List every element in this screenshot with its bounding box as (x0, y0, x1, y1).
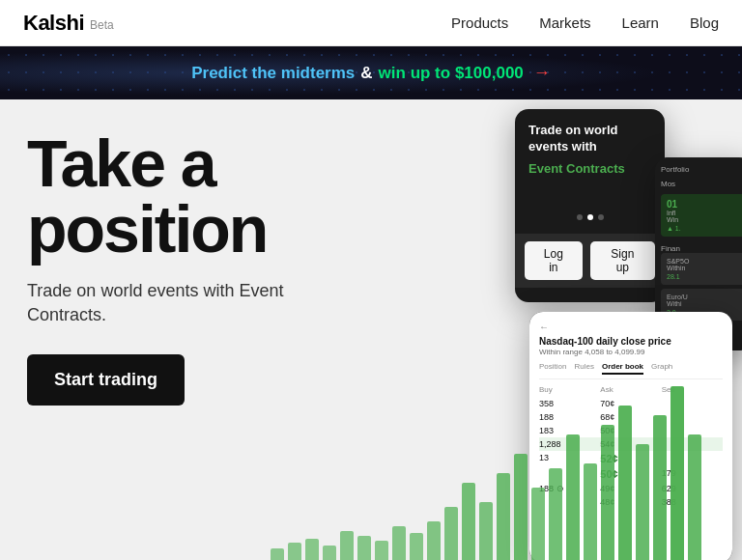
dot-3 (598, 214, 604, 220)
pc3-sp-sub: Within (667, 265, 740, 271)
chart-bar (601, 425, 614, 560)
chart-bar (688, 434, 701, 560)
hero-section: Take a position Trade on world events wi… (0, 99, 742, 560)
chart-bar (497, 473, 510, 560)
chart-bar (671, 386, 684, 560)
phone-card-1: Trade on world events with Event Contrac… (515, 109, 665, 302)
pc3-win-1: Win (667, 216, 740, 223)
logo: Kalshi (23, 11, 84, 36)
chart-bar (427, 521, 441, 560)
banner-arrow-icon: → (533, 63, 551, 83)
markets-link[interactable]: Markets (539, 14, 590, 31)
nav-item-markets[interactable]: Markets (539, 14, 590, 32)
pc3-item-1: 01 Infl Win ▲ 1. (661, 194, 742, 237)
products-link[interactable]: Products (451, 14, 508, 31)
pc3-num-1: 01 (667, 199, 740, 210)
start-trading-button[interactable]: Start trading (27, 354, 185, 406)
chart-bar (531, 488, 545, 560)
pc1-dots (528, 214, 651, 220)
dot-1 (577, 214, 583, 220)
chart-bar (462, 483, 475, 560)
chart-bar (305, 539, 319, 560)
navbar: Kalshi Beta Products Markets Learn Blog (0, 0, 742, 46)
hero-left-content: Take a position Trade on world events wi… (0, 99, 348, 406)
chart-bar (375, 541, 388, 560)
signup-button[interactable]: Sign up (590, 241, 655, 280)
chart-bar (636, 444, 649, 560)
chart-bar (618, 406, 632, 560)
chart-bar (514, 454, 528, 560)
banner-text-blue: Predict the midterms (191, 64, 355, 83)
pc1-content: Trade on world events with Event Contrac… (515, 109, 665, 234)
pc3-badge-1: ▲ 1. (667, 225, 740, 232)
chart-bar (549, 468, 562, 560)
banner-connector: & (360, 64, 372, 83)
hero-title: Take a position (27, 130, 321, 262)
chart-bar (653, 415, 667, 560)
pc1-footer: Log in Sign up (515, 234, 665, 288)
chart-bar (410, 533, 423, 560)
pc3-mos-label: Mos (661, 180, 742, 188)
beta-badge: Beta (90, 18, 114, 32)
pc1-title: Trade on world events with (528, 123, 651, 155)
login-button[interactable]: Log in (525, 241, 583, 280)
chart-bar (444, 507, 458, 560)
nav-links: Products Markets Learn Blog (451, 14, 719, 32)
dot-2 (587, 214, 593, 220)
chart-bar (392, 526, 406, 560)
banner-content: Predict the midterms & win up to $100,00… (191, 63, 551, 83)
nav-item-blog[interactable]: Blog (690, 14, 719, 32)
chart-bar (357, 536, 371, 560)
chart-bar (323, 546, 336, 560)
navbar-brand: Kalshi Beta (23, 11, 114, 36)
chart-bar (340, 531, 354, 560)
pc3-finan: Finan (661, 244, 742, 253)
banner-text-green: win up to $100,000 (379, 64, 524, 83)
promo-banner[interactable]: Predict the midterms & win up to $100,00… (0, 46, 742, 99)
hero-subtitle: Trade on world events with Event Contrac… (27, 279, 321, 327)
pc3-sp-label: S&P5O (667, 258, 740, 265)
chart-bar (584, 463, 597, 560)
pc3-sp-val: 28.1 (667, 273, 740, 280)
pc3-text-1: Infl (667, 210, 740, 216)
pc3-sp500: S&P5O Within 28.1 (661, 253, 742, 285)
learn-link[interactable]: Learn (622, 14, 659, 31)
chart-bar (479, 502, 493, 560)
chart-bar (271, 548, 284, 560)
nav-item-learn[interactable]: Learn (622, 14, 659, 32)
nav-item-products[interactable]: Products (451, 14, 508, 32)
pc3-portfolio-label: Portfolio (661, 165, 742, 174)
chart-bar (288, 543, 301, 560)
blog-link[interactable]: Blog (690, 14, 719, 31)
chart-bar (566, 434, 580, 560)
pc1-green-text: Event Contracts (528, 161, 651, 176)
